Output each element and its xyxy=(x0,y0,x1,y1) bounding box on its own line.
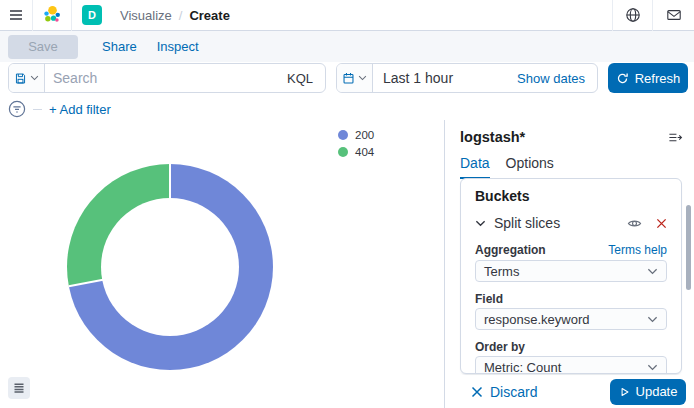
add-filter-button[interactable]: + Add filter xyxy=(49,102,111,117)
top-header: D Visualize / Create xyxy=(0,0,694,31)
menu-hamburger-icon[interactable] xyxy=(0,0,32,31)
share-button[interactable]: Share xyxy=(102,39,137,54)
header-right-section xyxy=(612,0,694,31)
aggregation-select[interactable]: Terms xyxy=(475,260,667,282)
chevron-down-icon xyxy=(358,75,367,81)
space-avatar[interactable]: D xyxy=(82,5,102,25)
discard-label: Discard xyxy=(490,384,537,400)
field-select[interactable]: response.keyword xyxy=(475,308,667,330)
aggregation-label-row: Aggregation Terms help xyxy=(475,243,667,257)
update-button[interactable]: Update xyxy=(610,379,686,405)
filter-icon[interactable] xyxy=(8,100,26,118)
remove-bucket-x-icon[interactable] xyxy=(656,218,667,229)
filter-bar: + Add filter xyxy=(8,99,111,119)
chevron-down-icon xyxy=(647,268,658,275)
inspect-button[interactable]: Inspect xyxy=(157,39,199,54)
date-quick-select-button[interactable] xyxy=(337,64,373,92)
breadcrumb-visualize[interactable]: Visualize xyxy=(120,8,172,23)
chevron-down-icon xyxy=(647,364,658,371)
chevron-down-icon xyxy=(30,75,39,81)
query-bar: KQL Last 1 hour Show dates Refresh xyxy=(8,63,688,93)
filter-divider xyxy=(33,109,42,110)
show-dates-button[interactable]: Show dates xyxy=(517,71,597,86)
buckets-card: Buckets Split slices Aggre xyxy=(460,178,682,374)
refresh-label: Refresh xyxy=(635,71,681,86)
order-by-select[interactable]: Metric: Count xyxy=(475,356,667,374)
close-icon xyxy=(471,386,483,398)
visualize-action-bar: Save Share Inspect xyxy=(0,31,694,62)
breadcrumb-separator: / xyxy=(179,8,183,23)
refresh-button[interactable]: Refresh xyxy=(608,63,688,93)
buckets-heading: Buckets xyxy=(475,189,667,204)
order-by-label-row: Order by xyxy=(475,341,667,353)
order-by-value: Metric: Count xyxy=(484,360,647,375)
chevron-down-icon xyxy=(647,316,658,323)
time-range-value[interactable]: Last 1 hour xyxy=(373,70,517,86)
legend-toggle-button[interactable] xyxy=(8,377,30,399)
discard-button[interactable]: Discard xyxy=(471,384,537,400)
list-icon xyxy=(13,382,25,394)
donut-chart[interactable] xyxy=(67,164,273,370)
search-input[interactable] xyxy=(45,64,275,92)
field-label: Field xyxy=(475,293,503,305)
search-bar-group: KQL xyxy=(8,63,326,93)
panel-scrollbar-thumb[interactable] xyxy=(686,205,691,290)
save-button[interactable]: Save xyxy=(8,35,78,59)
help-globe-icon[interactable] xyxy=(612,0,652,31)
query-language-button[interactable]: KQL xyxy=(275,71,325,86)
refresh-icon xyxy=(616,72,629,85)
header-divider xyxy=(71,0,72,31)
editor-footer: Discard Update xyxy=(445,375,694,408)
editor-tabs: Data Options xyxy=(460,155,554,179)
save-query-floppy-icon xyxy=(14,72,27,85)
aggregation-value: Terms xyxy=(484,264,647,279)
aggregation-label: Aggregation xyxy=(475,244,546,256)
terms-help-link[interactable]: Terms help xyxy=(608,243,667,257)
legend-label: 404 xyxy=(355,146,374,158)
calendar-icon xyxy=(342,72,355,85)
field-label-row: Field xyxy=(475,293,667,305)
tab-data[interactable]: Data xyxy=(460,155,490,179)
legend-item-200[interactable]: 200 xyxy=(338,129,374,141)
collapse-panel-icon[interactable] xyxy=(668,130,683,149)
legend-item-404[interactable]: 404 xyxy=(338,146,374,158)
toggle-visibility-eye-icon[interactable] xyxy=(627,216,642,231)
order-by-label: Order by xyxy=(475,341,525,353)
field-value: response.keyword xyxy=(484,312,647,327)
legend-dot xyxy=(338,147,348,157)
newsfeed-envelope-icon[interactable] xyxy=(652,0,694,31)
update-label: Update xyxy=(636,384,678,399)
index-pattern-title: logstash* xyxy=(460,129,525,145)
saved-query-menu-button[interactable] xyxy=(9,64,45,92)
breadcrumb: Visualize / Create xyxy=(120,8,230,23)
tab-options[interactable]: Options xyxy=(506,155,554,179)
breadcrumb-create: Create xyxy=(189,8,229,23)
split-slices-label: Split slices xyxy=(494,215,627,231)
elastic-logo[interactable] xyxy=(33,0,71,31)
legend-label: 200 xyxy=(355,129,374,141)
chevron-down-icon xyxy=(475,220,486,227)
donut-hole xyxy=(101,198,239,336)
play-icon xyxy=(619,386,630,398)
legend-dot xyxy=(338,130,348,140)
chart-legend: 200 404 xyxy=(338,129,374,163)
vis-editor-panel: logstash* Data Options Buckets Split sli… xyxy=(444,120,694,408)
date-picker-group: Last 1 hour Show dates xyxy=(336,63,598,93)
kibana-visualize-app: D Visualize / Create Save Share Inspect xyxy=(0,0,694,408)
split-slices-row[interactable]: Split slices xyxy=(475,214,667,232)
